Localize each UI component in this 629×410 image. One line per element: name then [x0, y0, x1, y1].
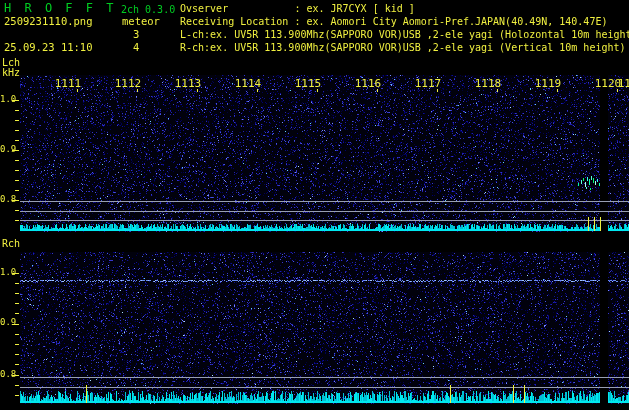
time-label: 1117: [413, 78, 443, 90]
time-label: 1113: [173, 78, 203, 90]
rch-label: Rch: [2, 238, 20, 249]
time-label: 1112: [113, 78, 143, 90]
freq-label: 0.9: [0, 145, 19, 155]
freq-label: 0.9: [0, 318, 19, 328]
observer-line: Ovserver : ex. JR7CYX [ kid ]: [180, 3, 415, 14]
freq-label: 1.0: [0, 95, 19, 105]
time-label: 1116: [353, 78, 383, 90]
lch-unit-label: kHz: [2, 67, 20, 78]
mode-label: meteor: [122, 16, 160, 28]
freq-label: 0.8: [0, 195, 19, 205]
location-line: Receiving Location : ex. Aomori City Aom…: [180, 16, 607, 27]
rch-config-line: R-ch:ex. UV5R 113.900Mhz(SAPPORO VOR)USB…: [180, 42, 626, 53]
lch-meteor-count: 3: [133, 29, 139, 41]
time-label: 1121: [616, 78, 629, 90]
freq-label: 1.0: [0, 268, 19, 278]
time-label: 1111: [53, 78, 83, 90]
app-title: H R O F F T: [4, 2, 116, 15]
freq-label: 0.8: [0, 370, 19, 380]
time-label: 1119: [533, 78, 563, 90]
time-label: 1118: [473, 78, 503, 90]
lch-config-line: L-ch:ex. UV5R 113.900Mhz(SAPPORO VOR)USB…: [180, 29, 629, 40]
rch-meteor-count: 4: [133, 42, 139, 54]
datetime-label: 25.09.23 11:10: [4, 42, 93, 54]
version-label: 2ch 0.3.0: [121, 4, 175, 15]
time-label: 1115: [293, 78, 323, 90]
hrofft-window: H R O F F T 2ch 0.3.0 2509231110.png met…: [0, 0, 629, 410]
time-label: 1114: [233, 78, 263, 90]
spectrogram-canvas: [0, 0, 629, 410]
filename-label: 2509231110.png: [4, 16, 93, 28]
